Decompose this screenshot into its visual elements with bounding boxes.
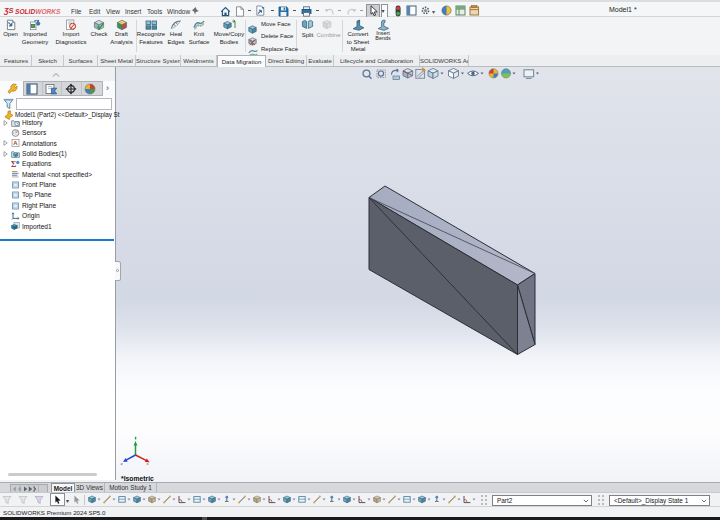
svg-text:z: z bbox=[121, 461, 123, 466]
svg-text:x: x bbox=[147, 461, 150, 466]
